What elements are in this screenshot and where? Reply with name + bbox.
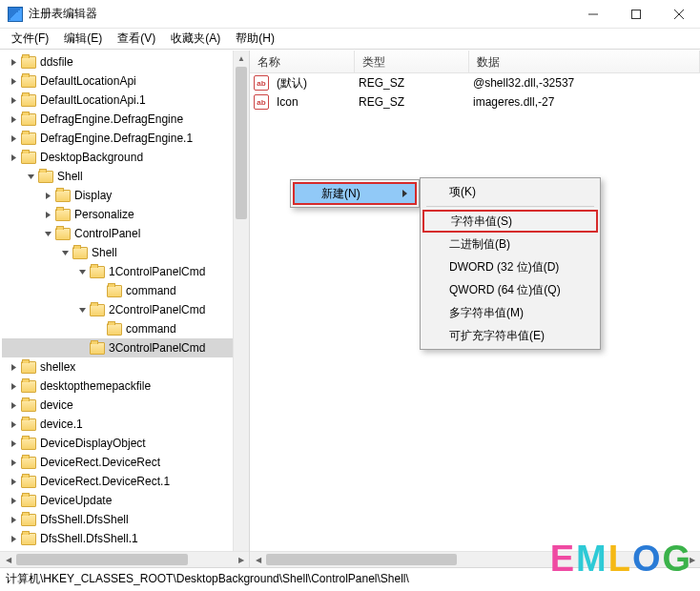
tree-item[interactable]: ddsfile [2,52,249,71]
collapse-icon[interactable] [74,302,90,317]
context-item-multistring-value[interactable]: 多字符串值(M) [422,301,598,324]
collapse-icon[interactable] [23,169,38,184]
tree-item[interactable]: DesktopBackground [2,148,249,167]
tree-item-label: DefragEngine.DefragEngine [40,112,187,126]
tree-item-label: Shell [57,170,87,183]
tree-item[interactable]: 3ControlPanelCmd [2,338,249,357]
tree-item[interactable]: DeviceUpdate [2,491,249,510]
scroll-right-icon[interactable]: ▶ [233,552,249,567]
scroll-thumb[interactable] [266,554,457,565]
tree-item[interactable]: DeviceDisplayObject [2,434,249,453]
list-horizontal-scrollbar[interactable]: ◀ ▶ [250,551,700,567]
expand-icon[interactable] [6,417,21,432]
tree-item[interactable]: DfsShell.DfsShell [2,510,249,529]
tree-item[interactable]: DefaultLocationApi.1 [2,91,249,110]
scroll-thumb[interactable] [236,67,247,219]
expand-icon[interactable] [6,474,21,489]
tree-item[interactable]: 1ControlPanelCmd [2,262,249,281]
expand-icon[interactable] [6,455,21,470]
menu-view[interactable]: 查看(V) [110,29,163,49]
expand-icon[interactable] [6,359,21,375]
tree-item[interactable]: Display [2,186,249,205]
list-row[interactable]: ab(默认)REG_SZ@shell32.dll,-32537 [250,73,700,92]
tree-item[interactable]: DefragEngine.DefragEngine.1 [2,129,249,148]
tree-vertical-scrollbar[interactable]: ▲ ▼ [233,51,249,567]
folder-icon [21,152,36,164]
tree-item[interactable]: device.1 [2,415,249,434]
tree-item[interactable]: desktopthemepackfile [2,377,249,396]
tree-item[interactable]: DefragEngine.DefragEngine [2,110,249,129]
tree-horizontal-scrollbar[interactable]: ◀ ▶ [0,551,249,567]
folder-icon [21,476,36,488]
menu-label: 新建(N) [321,186,360,202]
folder-icon [55,190,71,202]
menu-label: 二进制值(B) [449,236,510,253]
expand-icon[interactable] [6,378,21,394]
context-item-string-value[interactable]: 字符串值(S) [422,210,598,233]
expand-icon[interactable] [40,207,55,222]
tree-item[interactable]: shellex [2,357,249,377]
expand-icon[interactable] [6,436,21,451]
close-button[interactable] [657,0,700,29]
folder-icon [55,209,71,221]
scroll-thumb[interactable] [16,554,188,565]
tree-item[interactable]: Shell [2,243,249,262]
expand-icon[interactable] [6,493,21,508]
column-type[interactable]: 类型 [355,51,469,72]
folder-icon [21,438,36,450]
tree-item[interactable]: DeviceRect.DeviceRect.1 [2,472,249,491]
menu-label: 可扩充字符串值(E) [449,328,545,344]
context-item-dword-value[interactable]: DWORD (32 位)值(D) [422,255,598,278]
collapse-icon[interactable] [74,264,90,279]
maximize-button[interactable] [614,0,657,29]
expand-icon[interactable] [6,92,21,108]
scroll-up-icon[interactable]: ▲ [234,51,249,67]
tree-item[interactable]: DefaultLocationApi [2,71,249,91]
collapse-icon[interactable] [40,226,55,241]
context-item-new[interactable]: 新建(N) [293,182,417,205]
folder-icon [38,171,53,183]
list-body[interactable]: ab(默认)REG_SZ@shell32.dll,-32537abIconREG… [250,73,700,112]
expand-icon[interactable] [6,73,21,89]
tree-item[interactable]: Personalize [2,205,249,224]
expand-icon[interactable] [6,531,21,546]
tree-item[interactable]: Shell [2,167,249,186]
context-item-qword-value[interactable]: QWORD (64 位)值(Q) [422,278,598,301]
expand-icon[interactable] [6,397,21,413]
tree-item-label: DefaultLocationApi [40,74,140,88]
menu-favorites[interactable]: 收藏夹(A) [163,29,228,49]
tree-item[interactable]: 2ControlPanelCmd [2,300,249,319]
tree-item[interactable]: DfsShell.DfsShell.1 [2,529,249,548]
folder-icon [90,342,105,355]
column-data[interactable]: 数据 [469,51,700,72]
expand-icon[interactable] [6,54,21,70]
collapse-icon[interactable] [57,245,72,260]
tree-item[interactable]: command [2,281,249,300]
column-name[interactable]: 名称 [250,51,355,72]
expand-icon[interactable] [6,131,21,146]
folder-icon [21,533,36,545]
menu-edit[interactable]: 编辑(E) [56,29,110,49]
expand-icon[interactable] [6,512,21,527]
scroll-right-icon[interactable]: ▶ [684,552,700,567]
cell-data: imageres.dll,-27 [465,95,562,109]
scroll-left-icon[interactable]: ◀ [0,552,16,567]
expand-icon[interactable] [40,188,55,203]
menu-separator [426,206,594,207]
list-row[interactable]: abIconREG_SZimageres.dll,-27 [250,92,700,112]
scroll-left-icon[interactable]: ◀ [250,552,266,567]
menu-help[interactable]: 帮助(H) [228,29,282,49]
minimize-button[interactable] [571,0,614,29]
context-item-expandstring-value[interactable]: 可扩充字符串值(E) [422,324,598,347]
menu-file[interactable]: 文件(F) [4,29,56,49]
context-item-binary-value[interactable]: 二进制值(B) [422,233,598,255]
tree-view[interactable]: ddsfileDefaultLocationApiDefaultLocation… [0,51,249,550]
tree-item[interactable]: device [2,396,249,415]
tree-item[interactable]: DeviceRect.DeviceRect [2,453,249,472]
tree-item[interactable]: command [2,319,249,338]
tree-item[interactable]: ControlPanel [2,224,249,243]
tree-item-label: shellex [40,360,79,374]
expand-icon[interactable] [6,150,21,165]
context-item-key[interactable]: 项(K) [422,180,598,203]
expand-icon[interactable] [6,112,21,127]
